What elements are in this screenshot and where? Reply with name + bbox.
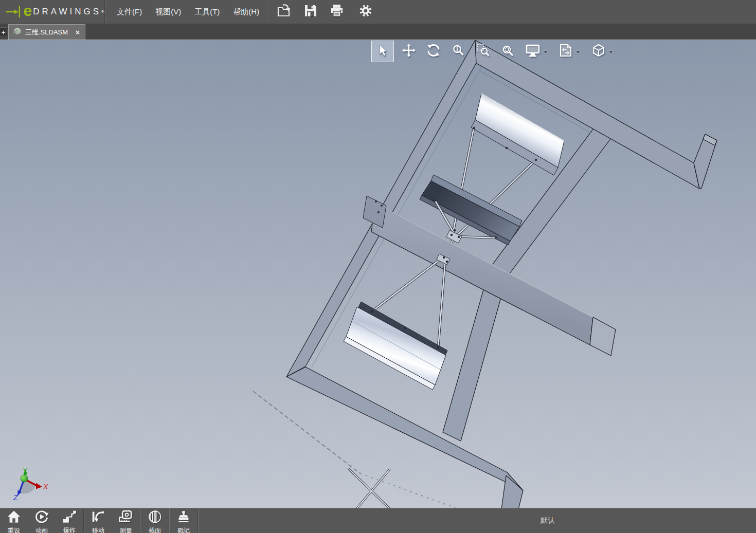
view-orientation-dropdown-caret[interactable]: [608, 47, 614, 56]
zoom-fit-button[interactable]: [495, 41, 520, 62]
triad-origin-ball: [21, 475, 28, 482]
new-tab-button[interactable]: +: [0, 27, 7, 37]
menu-tools[interactable]: 工具(T): [188, 4, 226, 20]
fullscreen-icon[interactable]: [525, 43, 541, 60]
stamp-icon: [176, 510, 191, 526]
tab-close-icon[interactable]: ×: [74, 28, 81, 36]
assembly-icon: [12, 27, 22, 37]
menu-help[interactable]: 帮助(H): [226, 4, 266, 20]
print-button[interactable]: [329, 4, 345, 20]
tab-title: 三维.SLDASM: [25, 28, 74, 37]
save-button[interactable]: [303, 4, 318, 20]
zoom-button[interactable]: [446, 41, 471, 62]
quick-action-toolbar: [277, 4, 373, 20]
stamp-button[interactable]: 戳记: [170, 508, 197, 533]
measure-button[interactable]: 测量: [112, 508, 140, 533]
pan-button[interactable]: [397, 41, 421, 62]
3d-viewport-canvas[interactable]: X Y Z: [0, 40, 756, 508]
rotate-icon: [426, 43, 441, 60]
menubar-separator: [268, 0, 268, 24]
drawing-sheet-dropdown-caret[interactable]: [575, 47, 581, 56]
brand-name: DRAWINGS: [33, 7, 101, 17]
menu-items: 文件(F) 视图(V) 工具(T) 帮助(H): [110, 4, 266, 20]
animation-icon: [34, 510, 49, 526]
zoom-icon: [451, 43, 465, 60]
view-toolbar: [371, 41, 619, 62]
section-button[interactable]: 截面: [141, 508, 169, 533]
bottom-toolbar: 重设 动画 爆炸 移动: [0, 508, 756, 533]
toolbar-separator: [197, 508, 199, 533]
home-icon: [6, 510, 22, 526]
move-button[interactable]: 移动: [84, 508, 112, 533]
pan-icon: [402, 43, 416, 60]
z-axis-label: Z: [13, 493, 18, 502]
menu-file[interactable]: 文件(F): [110, 4, 149, 20]
menu-bar: e DRAWINGS ® 文件(F) 视图(V) 工具(T) 帮助(H): [0, 0, 756, 24]
measure-icon: [118, 510, 134, 526]
drawing-sheet-group: [553, 41, 586, 62]
settings-button[interactable]: [358, 4, 373, 20]
select-arrow-icon: [376, 44, 389, 59]
zoom-area-icon: [476, 43, 490, 60]
fullscreen-dropdown-caret[interactable]: [543, 47, 548, 56]
view-orientation-group: [586, 41, 619, 62]
y-axis-label: Y: [23, 467, 28, 474]
explode-button[interactable]: 爆炸: [56, 508, 83, 533]
select-button[interactable]: [371, 41, 394, 62]
zoom-area-button[interactable]: [471, 41, 495, 62]
menu-view[interactable]: 视图(V): [149, 4, 188, 20]
rotate-button[interactable]: [421, 41, 446, 62]
explode-icon: [62, 510, 77, 526]
view-orientation-icon[interactable]: [591, 43, 606, 60]
print-icon: [330, 4, 344, 20]
brand-e: e: [24, 3, 32, 19]
zoom-fit-icon: [500, 43, 515, 60]
tab-bar: + 三维.SLDASM ×: [0, 24, 756, 40]
settings-icon: [358, 3, 373, 21]
drawing-sheet-icon[interactable]: [559, 43, 573, 60]
viewport: X Y Z: [0, 40, 756, 508]
tab-3d-sldasm[interactable]: 三维.SLDASM ×: [8, 24, 85, 40]
open-button[interactable]: [277, 4, 292, 20]
animation-button[interactable]: 动画: [28, 508, 56, 533]
open-icon: [277, 4, 292, 20]
move-icon: [91, 510, 106, 526]
section-icon: [147, 510, 163, 526]
fullscreen-group: [520, 41, 553, 62]
viewport-background: [0, 40, 756, 508]
x-axis-label: X: [43, 483, 48, 491]
edrawings-logo: e DRAWINGS ®: [0, 0, 105, 24]
configuration-label: 默认: [541, 516, 555, 525]
brand-registered-mark: ®: [101, 9, 104, 14]
reset-button[interactable]: 重设: [0, 508, 28, 533]
save-icon: [303, 4, 318, 20]
edrawings-arrow-icon: [5, 5, 22, 19]
